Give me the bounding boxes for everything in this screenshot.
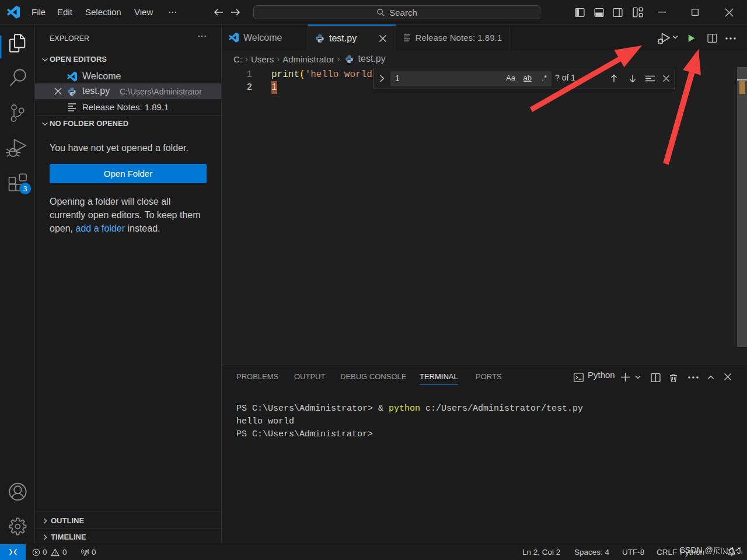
svg-text:3: 3 [23,185,27,193]
